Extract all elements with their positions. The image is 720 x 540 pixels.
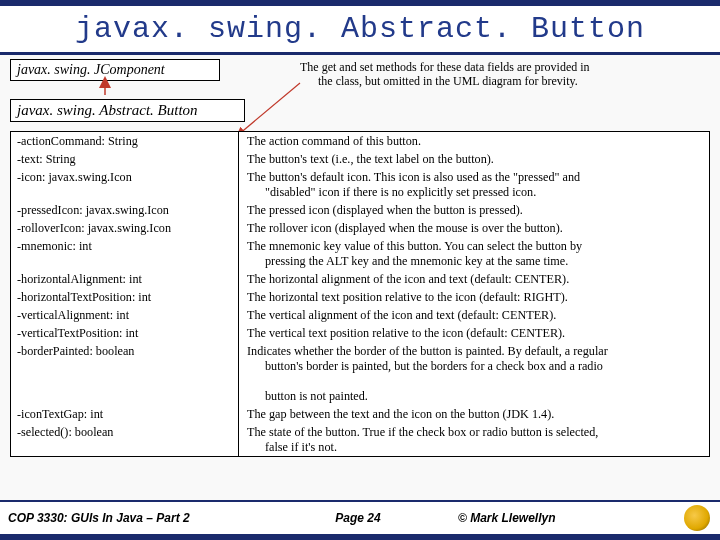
field-name: -horizontalAlignment: int: [11, 270, 239, 288]
table-row: -borderPainted: booleanIndicates whether…: [11, 342, 709, 405]
uml-boxes: javax. swing. JComponent javax. swing. A…: [10, 59, 250, 140]
content-area: javax. swing. JComponent javax. swing. A…: [0, 55, 720, 500]
field-description: The vertical alignment of the icon and t…: [239, 306, 709, 324]
footer-course: COP 3330: GUIs In Java – Part 2: [8, 511, 288, 525]
field-description: The button's default icon. This icon is …: [239, 168, 709, 201]
uml-parent-box: javax. swing. JComponent: [10, 59, 220, 81]
note-line1: The get and set methods for these data f…: [300, 60, 590, 74]
table-row: -mnemonic: intThe mnemonic key value of …: [11, 237, 709, 270]
field-name: -borderPainted: boolean: [11, 342, 239, 405]
table-row: -iconTextGap: intThe gap between the tex…: [11, 405, 709, 423]
field-name: -horizontalTextPosition: int: [11, 288, 239, 306]
table-row: -horizontalTextPosition: intThe horizont…: [11, 288, 709, 306]
table-row: -actionCommand: StringThe action command…: [11, 132, 709, 150]
slide: javax. swing. Abstract. Button javax. sw…: [0, 0, 720, 540]
field-name: -pressedIcon: javax.swing.Icon: [11, 201, 239, 219]
ucf-logo-icon: [684, 505, 710, 531]
table-row: -selected(): booleanThe state of the but…: [11, 423, 709, 456]
table-row: -pressedIcon: javax.swing.IconThe presse…: [11, 201, 709, 219]
note-line2: the class, but omitted in the UML diagra…: [300, 75, 660, 89]
field-description: The gap between the text and the icon on…: [239, 405, 709, 423]
uml-table: -actionCommand: StringThe action command…: [10, 131, 710, 457]
field-name: -mnemonic: int: [11, 237, 239, 270]
field-description: The button's text (i.e., the text label …: [239, 150, 709, 168]
field-description: The vertical text position relative to t…: [239, 324, 709, 342]
field-description: The state of the button. True if the che…: [239, 423, 709, 456]
brevity-note: The get and set methods for these data f…: [300, 61, 660, 89]
table-row: -rolloverIcon: javax.swing.IconThe rollo…: [11, 219, 709, 237]
field-name: -rolloverIcon: javax.swing.Icon: [11, 219, 239, 237]
field-name: -icon: javax.swing.Icon: [11, 168, 239, 201]
table-row: -text: StringThe button's text (i.e., th…: [11, 150, 709, 168]
field-description: The pressed icon (displayed when the but…: [239, 201, 709, 219]
field-description: The action command of this button.: [239, 132, 709, 150]
slide-title: javax. swing. Abstract. Button: [0, 6, 720, 55]
field-name: -actionCommand: String: [11, 132, 239, 150]
table-row: -horizontalAlignment: intThe horizontal …: [11, 270, 709, 288]
uml-child-box: javax. swing. Abstract. Button: [10, 99, 245, 122]
footer-page: Page 24: [288, 511, 428, 525]
footer: COP 3330: GUIs In Java – Part 2 Page 24 …: [0, 500, 720, 534]
field-name: -iconTextGap: int: [11, 405, 239, 423]
table-row: -verticalTextPosition: intThe vertical t…: [11, 324, 709, 342]
field-name: -text: String: [11, 150, 239, 168]
footer-copyright: © Mark Llewellyn: [428, 511, 712, 525]
field-description: The mnemonic key value of this button. Y…: [239, 237, 709, 270]
field-description: The rollover icon (displayed when the mo…: [239, 219, 709, 237]
field-description: Indicates whether the border of the butt…: [239, 342, 709, 405]
field-description: The horizontal alignment of the icon and…: [239, 270, 709, 288]
table-row: -verticalAlignment: intThe vertical alig…: [11, 306, 709, 324]
field-name: -verticalAlignment: int: [11, 306, 239, 324]
table-row: -icon: javax.swing.IconThe button's defa…: [11, 168, 709, 201]
field-description: The horizontal text position relative to…: [239, 288, 709, 306]
field-name: -selected(): boolean: [11, 423, 239, 456]
field-name: -verticalTextPosition: int: [11, 324, 239, 342]
